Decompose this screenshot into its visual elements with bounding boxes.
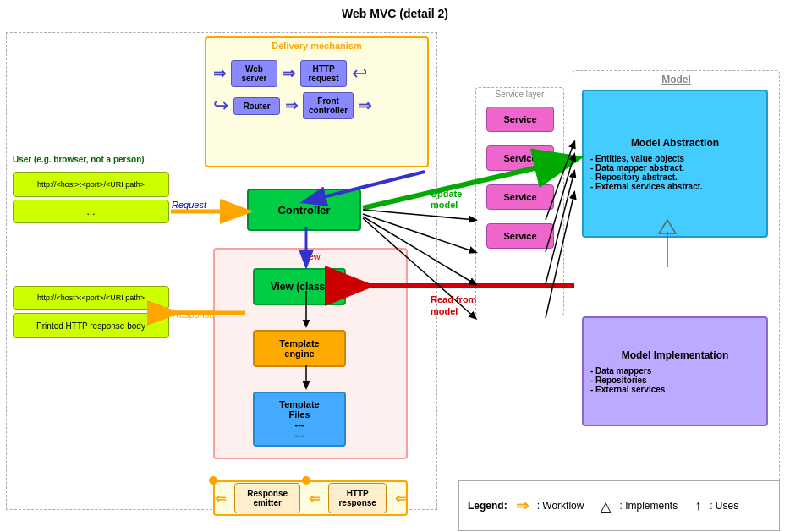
- model-implementation-box: Model Implementation - Data mappers - Re…: [582, 316, 768, 426]
- legend-box: Legend: ⇒ : Workflow △ : Implements ↑ : …: [458, 480, 780, 531]
- delivery-label: Delivery mechanism: [206, 38, 427, 53]
- view-label: View: [215, 250, 406, 263]
- response-body-box: Printed HTTP response body: [13, 313, 169, 338]
- arrow-right-2: ⇒: [285, 96, 298, 115]
- legend-uses-text: : Uses: [710, 500, 738, 512]
- arrow-right-3: ⇒: [359, 96, 371, 115]
- legend-label: Legend:: [468, 500, 507, 512]
- service-box-2: Service: [486, 145, 554, 171]
- user-uri-box-top: http://<host>:<port>/<URI path>: [13, 172, 169, 197]
- view-box: View View (class) Template engine Templa…: [213, 248, 408, 459]
- user-dots: ...: [13, 200, 169, 223]
- arrow-left-end: ⇐: [395, 491, 406, 507]
- web-server-box: Web server: [231, 60, 277, 87]
- model-implementation-title: Model Implementation: [590, 349, 760, 361]
- model-abstraction-box: Model Abstraction - Entities, value obje…: [582, 90, 768, 238]
- view-label-text: View: [300, 251, 321, 261]
- model-abstraction-items: - Entities, value objects - Data mapper …: [590, 154, 703, 191]
- model-outer-label: Model: [573, 71, 779, 88]
- arrow-curve-2: ↪: [213, 95, 228, 117]
- service-box-4: Service: [486, 223, 554, 249]
- front-controller-box: Front controller: [303, 92, 354, 119]
- http-response-box: HTTP response: [328, 483, 387, 513]
- controller-box: Controller: [247, 189, 361, 231]
- response-emitter-area: ⇐ Response emitter ⇐ HTTP response ⇐: [213, 480, 408, 516]
- service-box-1: Service: [486, 107, 554, 132]
- template-engine-box: Template engine: [253, 330, 346, 367]
- model-abstraction-title: Model Abstraction: [590, 137, 760, 149]
- delivery-row-1: ⇒ Web server ⇒ HTTP request ↩: [213, 60, 420, 87]
- http-request-box: HTTP request: [300, 60, 347, 87]
- arrow-right-1: ⇒: [283, 64, 295, 83]
- legend-implements-text: : Implements: [619, 500, 678, 512]
- service-layer-box: Service layer Service Service Service Se…: [475, 87, 564, 315]
- delivery-row-2: ↪ Router ⇒ Front controller ⇒: [213, 92, 420, 119]
- legend-workflow-arrow: ⇒: [516, 496, 529, 515]
- response-emitter-box: Response emitter: [234, 483, 300, 513]
- service-box-3: Service: [486, 184, 554, 210]
- delivery-box: Delivery mechanism ⇒ Web server ⇒ HTTP r…: [205, 36, 429, 167]
- router-box: Router: [233, 97, 280, 115]
- page-title: Web MVC (detail 2): [0, 0, 790, 24]
- arrow-double-right-1: ⇒: [213, 64, 226, 83]
- model-implementation-items: - Data mappers - Repositories - External…: [590, 366, 665, 394]
- read-from-model-text: Read from: [431, 294, 477, 304]
- delivery-inner: ⇒ Web server ⇒ HTTP request ↩ ↪ Router ⇒…: [206, 53, 427, 126]
- arrow-left-http: ⇐: [309, 491, 320, 507]
- legend-workflow-text: : Workflow: [537, 500, 584, 512]
- template-files-box: Template Files --- ---: [253, 392, 346, 447]
- arrow-left-response: ⇐: [215, 491, 226, 507]
- model-outer-box: Model Model Abstraction - Entities, valu…: [573, 70, 780, 485]
- arrow-curve-1: ↩: [352, 63, 367, 85]
- main-container: Delivery mechanism ⇒ Web server ⇒ HTTP r…: [6, 24, 784, 531]
- legend-uses-arrow: ↑: [694, 498, 701, 513]
- service-layer-label: Service layer: [476, 88, 563, 101]
- legend-implements-arrow: △: [601, 498, 611, 514]
- user-uri-box-bottom: http://<host>:<port>/<URI path>: [13, 286, 169, 310]
- view-class-box: View (class): [253, 268, 346, 305]
- user-label: User (e.g. browser, not a person): [13, 155, 169, 164]
